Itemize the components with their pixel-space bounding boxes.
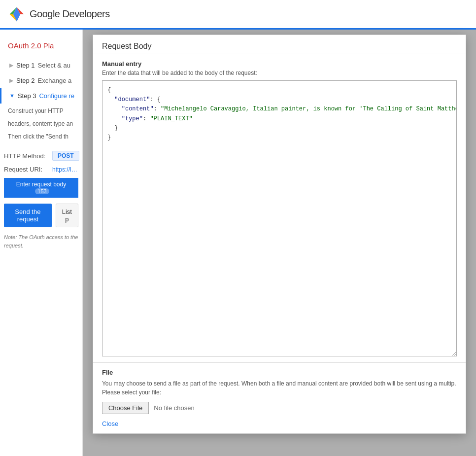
manual-entry-title: Manual entry — [102, 60, 457, 68]
step3-line3: Then click the "Send th — [8, 132, 74, 141]
list-button[interactable]: List p — [56, 204, 78, 227]
manual-entry-desc: Enter the data that will be added to the… — [102, 70, 457, 76]
step2-desc: Exchange a — [38, 77, 72, 84]
step2-arrow: ▶ — [9, 77, 13, 84]
file-section: File You may choose to send a file as pa… — [93, 362, 466, 433]
sidebar: OAuth 2.0 Pla ▶ Step 1 Select & au ▶ Ste… — [0, 30, 83, 456]
step2-label: Step 2 — [16, 77, 35, 84]
file-section-title: File — [102, 369, 457, 376]
send-request-button[interactable]: Send the request — [4, 204, 52, 227]
request-uri-value: https://lang — [52, 166, 78, 173]
google-logo: Google Developers — [8, 5, 110, 23]
oauth-note: Note: The OAuth access to the request. — [4, 233, 78, 249]
http-method-value: POST — [52, 151, 79, 161]
close-link[interactable]: Close — [102, 420, 118, 427]
step3-line1: Construct your HTTP — [8, 106, 74, 115]
http-method-row: HTTP Method: POST — [4, 151, 78, 161]
step3-line2: headers, content type an — [8, 119, 74, 128]
modal-overlay: Request Body Manual entry Enter the data… — [83, 30, 476, 456]
sidebar-form: HTTP Method: POST Request URI: https://l… — [0, 151, 82, 249]
sidebar-step-1[interactable]: ▶ Step 1 Select & au — [0, 58, 82, 73]
step1-desc: Select & au — [38, 62, 71, 69]
brand-text: Google Developers — [30, 8, 110, 20]
no-file-text: No file chosen — [154, 404, 194, 412]
step3-arrow: ▼ — [9, 93, 15, 99]
request-uri-label: Request URI: — [4, 166, 48, 173]
sidebar-title: OAuth 2.0 Pla — [0, 37, 82, 58]
step3-label: Step 3 — [18, 92, 36, 100]
request-body-modal: Request Body Manual entry Enter the data… — [93, 35, 466, 434]
choose-file-button[interactable]: Choose File — [102, 402, 149, 414]
code-editor[interactable]: { "document": { "content": "Michelangelo… — [102, 80, 457, 356]
tab-count: 153 — [35, 188, 49, 194]
manual-entry-section: Manual entry Enter the data that will be… — [93, 54, 466, 362]
sidebar-step-2[interactable]: ▶ Step 2 Exchange a — [0, 73, 82, 88]
http-method-label: HTTP Method: — [4, 152, 48, 160]
modal-header: Request Body — [93, 35, 466, 54]
step1-label: Step 1 — [16, 62, 35, 69]
request-uri-row: Request URI: https://lang — [4, 166, 78, 173]
step3-desc: Configure re — [39, 92, 74, 100]
tab-request-body[interactable]: Enter request body 153 — [4, 178, 78, 198]
step3-expanded-content: Construct your HTTP headers, content typ… — [0, 104, 82, 151]
file-chooser-row: Choose File No file chosen — [102, 402, 457, 414]
action-buttons: Send the request List p — [4, 204, 78, 227]
file-section-desc: You may choose to send a file as part of… — [102, 379, 457, 397]
page-wrapper: OAuth 2.0 Pla ▶ Step 1 Select & au ▶ Ste… — [0, 30, 476, 456]
tab-row: Enter request body 153 — [4, 178, 78, 198]
sidebar-step-3[interactable]: ▼ Step 3 Configure re — [0, 88, 82, 104]
svg-marker-1 — [13, 7, 20, 21]
step1-arrow: ▶ — [9, 62, 13, 69]
top-bar: Google Developers — [0, 0, 476, 30]
modal-title: Request Body — [102, 42, 152, 50]
google-diamond-icon — [8, 5, 26, 23]
